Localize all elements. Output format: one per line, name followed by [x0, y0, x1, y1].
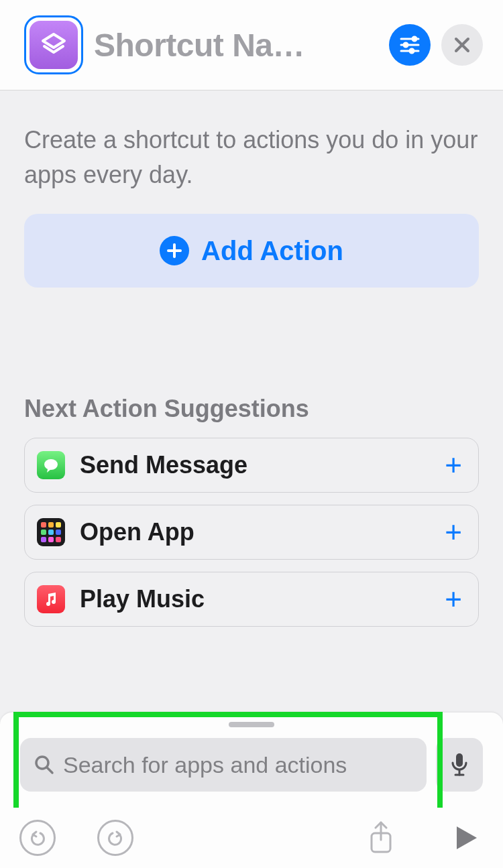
suggestion-label: Play Music: [80, 585, 430, 613]
shortcuts-glyph: [30, 21, 78, 69]
redo-icon: [97, 820, 133, 856]
suggestion-label: Send Message: [80, 451, 430, 479]
main-content: Create a shortcut to actions you do in y…: [0, 90, 503, 627]
search-row: [20, 738, 483, 792]
play-button[interactable]: [447, 819, 484, 857]
add-suggestion-icon: +: [445, 582, 462, 616]
add-action-button[interactable]: Add Action: [24, 214, 479, 288]
dictation-button[interactable]: [436, 738, 483, 792]
svg-point-1: [412, 37, 416, 41]
svg-point-10: [44, 459, 58, 470]
search-field[interactable]: [20, 738, 427, 792]
suggestion-send-message[interactable]: Send Message +: [24, 438, 479, 493]
suggestions-heading: Next Action Suggestions: [24, 395, 479, 423]
drawer-grabber[interactable]: [229, 722, 274, 727]
share-icon: [368, 821, 394, 855]
undo-icon: [19, 820, 56, 856]
music-icon: [37, 585, 65, 613]
svg-point-5: [410, 49, 414, 53]
shortcut-title[interactable]: Shortcut Na…: [94, 27, 378, 64]
add-suggestion-icon: +: [445, 448, 462, 482]
play-icon: [451, 824, 480, 852]
close-icon: [453, 36, 471, 54]
header-bar: Shortcut Na…: [0, 0, 503, 90]
plus-circle-icon: [160, 236, 189, 265]
suggestion-open-app[interactable]: Open App +: [24, 505, 479, 560]
svg-line-12: [47, 767, 52, 773]
svg-rect-13: [456, 753, 463, 767]
search-drawer[interactable]: [0, 712, 503, 808]
shortcut-app-icon[interactable]: [24, 15, 83, 74]
redo-button[interactable]: [97, 819, 134, 857]
share-button[interactable]: [362, 819, 400, 857]
add-action-label: Add Action: [201, 236, 343, 266]
intro-text: Create a shortcut to actions you do in y…: [24, 123, 479, 192]
bottom-toolbar: [0, 808, 503, 868]
messages-icon: [37, 451, 65, 479]
search-input[interactable]: [63, 752, 413, 778]
suggestion-play-music[interactable]: Play Music +: [24, 572, 479, 627]
svg-point-3: [404, 43, 408, 47]
close-button[interactable]: [441, 24, 483, 66]
app-grid-icon: [37, 518, 65, 546]
search-icon: [34, 754, 55, 776]
sliders-icon: [398, 34, 421, 56]
suggestion-label: Open App: [80, 518, 430, 546]
microphone-icon: [449, 752, 469, 778]
undo-button[interactable]: [19, 819, 56, 857]
add-suggestion-icon: +: [445, 515, 462, 549]
settings-button[interactable]: [389, 24, 431, 66]
